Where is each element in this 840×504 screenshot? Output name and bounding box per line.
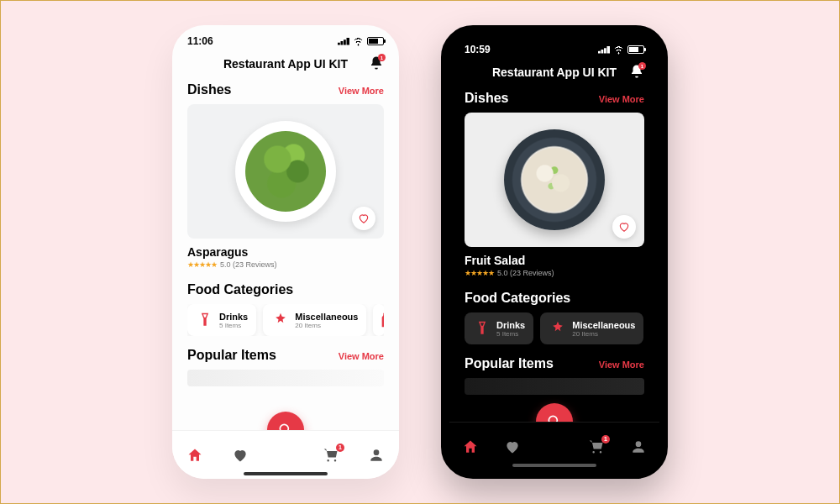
clock: 11:06 xyxy=(187,35,213,47)
categories-row[interactable]: Drinks 5 Items Miscellaneous 20 Items xyxy=(187,304,384,336)
leaf-icon xyxy=(549,319,567,338)
drink-icon xyxy=(196,311,214,329)
favorite-button[interactable] xyxy=(352,207,375,230)
category-text: Miscellaneous 20 Items xyxy=(572,320,635,338)
categories-title: Food Categories xyxy=(465,291,644,306)
favorite-button[interactable] xyxy=(612,215,636,239)
cart-badge: 1 xyxy=(601,435,610,444)
notification-badge: 1 xyxy=(638,62,646,70)
home-indicator xyxy=(512,464,596,467)
dish-card[interactable] xyxy=(465,113,644,247)
leaf-icon xyxy=(271,311,290,329)
category-text: Drinks 5 Items xyxy=(219,312,248,329)
bowl-icon xyxy=(504,129,605,230)
status-icons xyxy=(598,45,644,54)
heart-icon xyxy=(358,213,370,224)
heart-icon xyxy=(232,447,249,464)
nav-favorites[interactable] xyxy=(503,438,522,456)
popular-title: Popular Items xyxy=(187,348,276,363)
popular-header: Popular Items View More xyxy=(465,356,644,371)
popular-header: Popular Items View More xyxy=(187,348,384,363)
popular-view-more[interactable]: View More xyxy=(339,351,384,361)
heart-icon xyxy=(504,438,521,455)
nav-home[interactable] xyxy=(461,438,480,456)
rating-row: ★★★★★ 5.0 (23 Reviews) xyxy=(465,269,644,277)
plate-icon xyxy=(235,121,336,222)
dish-card[interactable] xyxy=(187,104,384,239)
cart-badge: 1 xyxy=(336,444,344,452)
categories-row[interactable]: Drinks 5 Items Miscellaneous 20 Items xyxy=(465,312,644,344)
status-icons xyxy=(338,37,384,45)
app-header: Restaurant App UI KIT 1 xyxy=(172,52,399,79)
category-name: Miscellaneous xyxy=(572,320,635,330)
nav-profile[interactable] xyxy=(367,446,386,465)
popular-view-more[interactable]: View More xyxy=(599,360,644,370)
dishes-title: Dishes xyxy=(187,82,231,97)
popular-title: Popular Items xyxy=(465,356,554,371)
nav-cart[interactable]: 1 xyxy=(587,438,606,456)
person-icon xyxy=(368,447,385,464)
popular-item[interactable] xyxy=(187,370,384,386)
dishes-view-more[interactable]: View More xyxy=(599,94,644,104)
category-misc[interactable]: Miscellaneous 20 Items xyxy=(540,312,643,344)
battery-icon xyxy=(367,37,384,45)
popular-item[interactable] xyxy=(465,378,644,395)
category-count: 20 Items xyxy=(295,322,358,329)
category-name: Miscellaneous xyxy=(295,312,358,322)
app-title: Restaurant App UI KIT xyxy=(223,57,348,71)
home-indicator xyxy=(244,472,328,475)
notification-button[interactable]: 1 xyxy=(629,64,644,79)
wifi-icon xyxy=(613,46,624,54)
person-icon xyxy=(630,438,647,455)
drink-icon xyxy=(473,319,491,338)
category-drinks[interactable]: Drinks 5 Items xyxy=(187,304,256,336)
bottle-icon xyxy=(376,311,384,329)
nav-cart[interactable]: 1 xyxy=(322,446,340,465)
nav-home[interactable] xyxy=(186,446,204,465)
dishes-title: Dishes xyxy=(465,91,508,106)
stars-icon: ★★★★★ xyxy=(465,269,494,277)
category-partial[interactable] xyxy=(373,304,384,336)
app-title: Restaurant App UI KIT xyxy=(492,66,617,79)
dishes-view-more[interactable]: View More xyxy=(339,86,384,96)
phone-light: 11:06 Restaurant App UI KIT 1 Dishes Vie… xyxy=(172,25,399,479)
home-icon xyxy=(186,447,203,464)
category-drinks[interactable]: Drinks 5 Items xyxy=(465,312,533,344)
stars-icon: ★★★★★ xyxy=(187,260,217,269)
dish-name: Fruit Salad xyxy=(465,254,644,267)
notch xyxy=(504,34,605,52)
category-count: 5 Items xyxy=(219,322,248,329)
signal-icon xyxy=(338,38,349,45)
heart-icon xyxy=(618,221,630,233)
clock: 10:59 xyxy=(465,44,491,55)
nav-favorites[interactable] xyxy=(231,446,249,465)
screen: 10:59 Restaurant App UI KIT 1 Dishes Vie… xyxy=(449,34,659,470)
rating-row: ★★★★★ 5.0 (23 Reviews) xyxy=(187,260,384,269)
notification-badge: 1 xyxy=(378,54,386,61)
screen: 11:06 Restaurant App UI KIT 1 Dishes Vie… xyxy=(172,25,399,479)
dish-name: Asparagus xyxy=(187,245,384,259)
category-text: Drinks 5 Items xyxy=(496,320,525,338)
notification-button[interactable]: 1 xyxy=(369,55,384,71)
rating-text: 5.0 (23 Reviews) xyxy=(220,260,277,269)
category-name: Drinks xyxy=(219,312,248,322)
home-icon xyxy=(462,438,479,455)
dishes-header: Dishes View More xyxy=(187,82,384,97)
phone-dark: 10:59 Restaurant App UI KIT 1 Dishes Vie… xyxy=(441,25,668,479)
category-count: 20 Items xyxy=(572,330,635,338)
nav-profile[interactable] xyxy=(629,438,648,456)
dishes-header: Dishes View More xyxy=(465,91,644,106)
rating-text: 5.0 (23 Reviews) xyxy=(497,269,554,277)
status-bar: 11:06 xyxy=(172,25,399,52)
wifi-icon xyxy=(353,38,364,45)
categories-title: Food Categories xyxy=(187,282,384,297)
category-name: Drinks xyxy=(496,320,525,330)
category-text: Miscellaneous 20 Items xyxy=(295,312,358,329)
category-misc[interactable]: Miscellaneous 20 Items xyxy=(263,304,366,336)
battery-icon xyxy=(627,45,644,54)
app-header: Restaurant App UI KIT 1 xyxy=(449,60,659,87)
category-count: 5 Items xyxy=(496,330,525,338)
